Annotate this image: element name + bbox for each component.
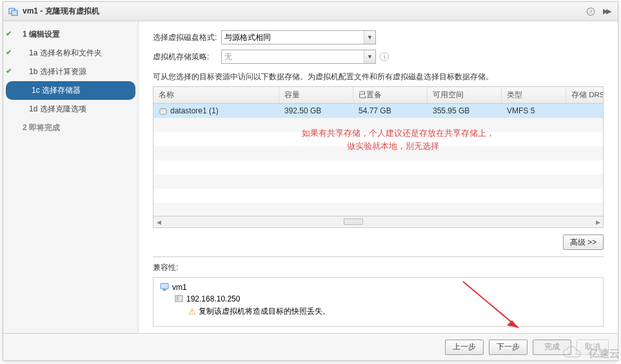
- info-icon[interactable]: i: [380, 52, 389, 61]
- tree-host[interactable]: 192.168.10.250: [160, 293, 596, 305]
- compatibility-box: vm1 192.168.10.250 ⚠ 复制该虚拟机将造成目标的快照丢失。: [153, 277, 604, 327]
- scroll-grip[interactable]: [344, 218, 363, 225]
- vm-icon: [160, 283, 170, 291]
- step-label: 2 即将完成: [23, 122, 60, 133]
- table-body[interactable]: datastore1 (1) 392.50 GB 54.77 GB 355.95…: [153, 104, 603, 216]
- disk-format-value: 与源格式相同: [224, 32, 271, 43]
- cell-capacity: 392.50 GB: [279, 104, 353, 119]
- vm-clone-icon: [8, 6, 19, 17]
- col-storage-drs[interactable]: 存储 DRS: [566, 87, 603, 103]
- step-1b-compute[interactable]: ✔ 1b 选择计算资源: [3, 62, 138, 81]
- back-button[interactable]: 上一步: [445, 340, 484, 355]
- datastore-icon: [159, 108, 168, 115]
- tree-vm-label: vm1: [172, 283, 187, 292]
- svg-rect-8: [177, 297, 179, 298]
- separator: [153, 256, 604, 257]
- chevron-down-icon: ▼: [364, 31, 375, 44]
- svg-text:?: ?: [589, 8, 593, 14]
- watermark-text: 亿速云: [589, 347, 620, 361]
- next-button[interactable]: 下一步: [489, 340, 527, 355]
- svg-rect-9: [177, 299, 179, 300]
- cell-provisioned: 54.77 GB: [353, 104, 428, 119]
- step-label: 1 编辑设置: [23, 29, 60, 40]
- cloud-icon: [559, 346, 586, 361]
- step-label: 1c 选择存储器: [32, 85, 81, 96]
- policy-label: 虚拟机存储策略:: [153, 52, 221, 62]
- col-name[interactable]: 名称: [153, 87, 279, 103]
- table-header: 名称 容量 已置备 可用空间 类型 存储 DRS: [153, 87, 603, 104]
- back-label: 上一步: [453, 341, 476, 352]
- scroll-right-icon[interactable]: ▶: [593, 216, 603, 227]
- annotation-line2: 做实验就本地，别无选择: [302, 140, 495, 153]
- svg-point-13: [575, 354, 577, 356]
- col-provisioned[interactable]: 已置备: [353, 87, 428, 103]
- scroll-left-icon[interactable]: ◀: [153, 216, 164, 227]
- next-label: 下一步: [497, 341, 520, 352]
- step-label: 1b 选择计算资源: [29, 66, 86, 77]
- disk-format-select[interactable]: 与源格式相同 ▼: [221, 30, 376, 44]
- help-icon: ?: [586, 7, 595, 16]
- wizard-sidebar: ✔ 1 编辑设置 ✔ 1a 选择名称和文件夹 ✔ 1b 选择计算资源 1c 选择…: [3, 21, 139, 333]
- svg-rect-7: [175, 296, 182, 302]
- dialog-title: vm1 - 克隆现有虚拟机: [23, 6, 99, 17]
- scroll-track[interactable]: [164, 216, 593, 227]
- collapse-button[interactable]: ▶▶: [600, 5, 613, 18]
- step-label: 1a 选择名称和文件夹: [29, 48, 102, 59]
- datastore-table: 名称 容量 已置备 可用空间 类型 存储 DRS datastore1 (1) …: [153, 86, 604, 228]
- finish-label: 完成: [544, 341, 560, 352]
- cell-name: datastore1 (1): [153, 104, 279, 119]
- chevron-right-icon: ▶▶: [603, 7, 609, 15]
- step-1a-name-folder[interactable]: ✔ 1a 选择名称和文件夹: [3, 44, 138, 62]
- svg-point-12: [569, 354, 571, 356]
- step-2-ready[interactable]: 2 即将完成: [3, 119, 138, 137]
- help-button[interactable]: ?: [584, 5, 597, 18]
- svg-rect-5: [161, 283, 168, 289]
- horizontal-scrollbar[interactable]: ◀ ▶: [153, 216, 603, 227]
- datastore-name: datastore1 (1): [170, 106, 219, 115]
- svg-rect-1: [12, 10, 17, 15]
- step-1-edit-settings[interactable]: ✔ 1 编辑设置: [3, 25, 138, 44]
- storage-description: 可从您选择的目标资源中访问以下数据存储。为虚拟机配置文件和所有虚拟磁盘选择目标数…: [153, 72, 604, 82]
- watermark: 亿速云: [559, 346, 620, 361]
- dialog-footer: 上一步 下一步 完成 取消: [3, 333, 618, 360]
- col-capacity[interactable]: 容量: [279, 87, 353, 103]
- cell-drs: [566, 108, 603, 114]
- cell-type: VMFS 5: [502, 104, 566, 119]
- advanced-button[interactable]: 高级 >>: [563, 235, 604, 250]
- check-icon: ✔: [6, 30, 14, 37]
- check-icon: ✔: [6, 67, 14, 75]
- titlebar: vm1 - 克隆现有虚拟机 ? ▶▶: [3, 2, 618, 21]
- content-panel: 选择虚拟磁盘格式: 与源格式相同 ▼ 虚拟机存储策略: 无 ▼ i 可从您选择的…: [139, 21, 618, 333]
- clone-vm-dialog: vm1 - 克隆现有虚拟机 ? ▶▶ ✔ 1 编辑设置 ✔ 1a 选择名称和文件…: [3, 1, 618, 361]
- svg-rect-6: [163, 290, 166, 291]
- tree-warning: ⚠ 复制该虚拟机将造成目标的快照丢失。: [160, 305, 596, 318]
- step-1d-clone-options[interactable]: 1d 选择克隆选项: [3, 100, 138, 119]
- chevron-down-icon: ▼: [364, 50, 375, 63]
- tree-vm[interactable]: vm1: [160, 282, 596, 293]
- warning-icon: ⚠: [188, 307, 196, 316]
- compatibility-label: 兼容性:: [153, 262, 604, 273]
- annotation-line1: 如果有共享存储，个人建议还是存放在共享存储上，: [302, 127, 495, 140]
- col-free[interactable]: 可用空间: [428, 87, 502, 103]
- annotation-note: 如果有共享存储，个人建议还是存放在共享存储上， 做实验就本地，别无选择: [302, 127, 495, 152]
- tree-host-label: 192.168.10.250: [186, 294, 240, 303]
- storage-policy-select[interactable]: 无 ▼: [221, 50, 376, 64]
- host-icon: [174, 294, 184, 303]
- check-icon: ✔: [6, 48, 14, 56]
- tree-warning-text: 复制该虚拟机将造成目标的快照丢失。: [199, 306, 330, 317]
- policy-value: 无: [224, 52, 232, 62]
- step-1c-storage[interactable]: 1c 选择存储器: [6, 81, 135, 100]
- step-label: 1d 选择克隆选项: [29, 104, 86, 115]
- disk-format-label: 选择虚拟磁盘格式:: [153, 32, 221, 43]
- table-row[interactable]: datastore1 (1) 392.50 GB 54.77 GB 355.95…: [153, 104, 603, 118]
- cell-free: 355.95 GB: [428, 104, 502, 119]
- col-type[interactable]: 类型: [502, 87, 566, 103]
- advanced-label: 高级 >>: [570, 237, 596, 248]
